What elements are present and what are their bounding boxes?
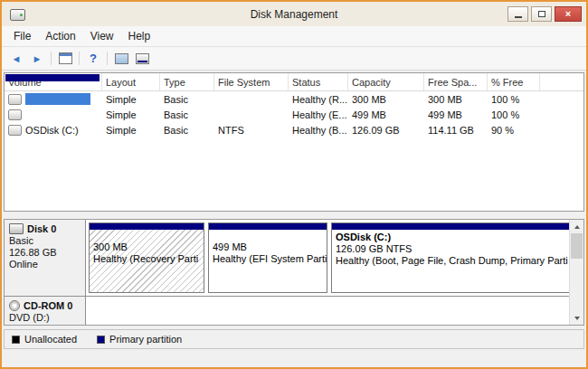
window-title: Disk Management xyxy=(2,8,586,21)
legend-primary-partition: Primary partition xyxy=(97,334,182,345)
menubar: File Action View Help xyxy=(2,26,586,47)
partition-color-bar xyxy=(90,223,204,230)
minimize-button[interactable] xyxy=(507,6,528,22)
scroll-thumb[interactable] xyxy=(571,233,583,259)
window-pane-icon xyxy=(59,52,72,64)
computer-icon[interactable] xyxy=(112,51,130,67)
maximize-button[interactable] xyxy=(531,6,552,22)
column-type[interactable]: Type xyxy=(160,73,214,90)
toolbar-separator xyxy=(79,52,80,65)
scrollbar[interactable] xyxy=(569,220,583,325)
partition-strip: 300 MB Healthy (Recovery Parti 499 MB He… xyxy=(86,220,575,296)
disk0-row: Disk 0 Basic 126.88 GB Online 300 MB Hea… xyxy=(5,220,583,297)
partition-color-bar xyxy=(209,223,327,230)
volume-row-osdisk[interactable]: OSDisk (C:) Simple Basic NTFS Healthy (B… xyxy=(5,122,583,137)
partition-status: Healthy (Boot, Page File, Crash Dump, Pr… xyxy=(336,255,568,267)
toolbar-separator xyxy=(107,52,108,65)
cdrom-header[interactable]: CD-ROM 0 DVD (D:) xyxy=(5,297,86,326)
disk-icon xyxy=(9,223,24,234)
menu-action[interactable]: Action xyxy=(38,27,82,45)
column-layout[interactable]: Layout xyxy=(102,73,160,90)
partition-osdisk[interactable]: OSDisk (C:) 126.09 GB NTFS Healthy (Boot… xyxy=(331,222,573,293)
disk0-name: Disk 0 xyxy=(27,223,56,234)
app-icon xyxy=(10,9,25,21)
primary-partition-swatch xyxy=(97,336,105,344)
disk0-title: Disk 0 xyxy=(9,223,81,234)
forward-icon[interactable]: ► xyxy=(28,51,46,67)
menu-help[interactable]: Help xyxy=(121,27,158,45)
redaction-bar xyxy=(5,74,100,81)
cell-capacity: 300 MB xyxy=(348,94,424,105)
disk-management-window: Disk Management × File Action View Help … xyxy=(0,0,588,369)
partition-status: Healthy (EFI System Partit xyxy=(213,253,323,265)
partition-size: 499 MB xyxy=(213,241,323,253)
back-icon[interactable]: ◄ xyxy=(7,51,25,67)
volume-list-pane: Volume Layout Type File System Status Ca… xyxy=(4,72,584,212)
cell-status: Healthy (B... xyxy=(289,125,348,136)
partition-color-bar xyxy=(332,223,572,230)
column-pct-free[interactable]: % Free xyxy=(488,73,540,90)
disk0-header[interactable]: Disk 0 Basic 126.88 GB Online xyxy=(5,220,86,296)
partition-size: 300 MB xyxy=(93,241,200,253)
cell-pct-free: 100 % xyxy=(488,109,540,120)
volume-row-efi[interactable]: Simple Basic Healthy (E... 499 MB 499 MB… xyxy=(5,107,583,122)
cell-layout: Simple xyxy=(102,94,160,105)
volume-name-cell xyxy=(5,109,102,120)
cell-capacity: 499 MB xyxy=(348,109,424,120)
unallocated-swatch xyxy=(12,336,20,344)
unallocated-label: Unallocated xyxy=(24,334,77,345)
cell-pct-free: 90 % xyxy=(488,125,540,136)
partition-size: 126.09 GB NTFS xyxy=(336,243,568,255)
storage-icon[interactable] xyxy=(133,51,151,67)
toolbar-separator xyxy=(51,52,52,65)
disk0-status: Online xyxy=(9,259,81,270)
cell-type: Basic xyxy=(160,109,214,120)
cell-status: Healthy (R... xyxy=(289,94,348,105)
legend-bar: Unallocated Primary partition xyxy=(4,329,584,349)
menu-view[interactable]: View xyxy=(83,27,121,45)
cell-layout: Simple xyxy=(102,109,160,120)
help-icon[interactable]: ? xyxy=(84,51,102,67)
console-tree-icon[interactable] xyxy=(56,51,74,67)
toolbar: ◄ ► ? xyxy=(2,47,586,71)
titlebar[interactable]: Disk Management × xyxy=(2,2,586,26)
cell-status: Healthy (E... xyxy=(289,109,348,120)
volume-icon xyxy=(8,109,22,120)
column-file-system[interactable]: File System xyxy=(214,73,289,90)
cdrom-row: CD-ROM 0 DVD (D:) xyxy=(5,297,583,326)
volume-icon xyxy=(8,125,22,136)
cdrom-name: CD-ROM 0 xyxy=(24,300,72,311)
cell-type: Basic xyxy=(160,94,214,105)
cell-pct-free: 100 % xyxy=(488,94,540,105)
primary-partition-label: Primary partition xyxy=(109,334,182,345)
window-controls: × xyxy=(507,6,582,22)
minimize-icon xyxy=(515,16,522,18)
volume-name-cell xyxy=(5,93,102,105)
partition-efi[interactable]: 499 MB Healthy (EFI System Partit xyxy=(208,222,327,293)
disk0-type: Basic xyxy=(9,235,81,247)
column-capacity[interactable]: Capacity xyxy=(348,73,424,90)
menu-file[interactable]: File xyxy=(6,27,38,45)
disk-toolbar-icon xyxy=(136,53,149,64)
close-button[interactable]: × xyxy=(555,6,582,22)
partition-info: OSDisk (C:) 126.09 GB NTFS Healthy (Boot… xyxy=(332,230,572,269)
maximize-icon xyxy=(538,11,545,17)
column-status[interactable]: Status xyxy=(289,73,348,90)
cdrom-title: CD-ROM 0 xyxy=(9,300,81,311)
cell-free-space: 300 MB xyxy=(424,94,488,105)
scroll-down-button[interactable] xyxy=(570,311,583,325)
monitor-icon xyxy=(115,53,128,64)
volume-row-recovery[interactable]: Simple Basic Healthy (R... 300 MB 300 MB… xyxy=(5,91,583,107)
cell-free-space: 499 MB xyxy=(424,109,488,120)
scroll-up-button[interactable] xyxy=(570,220,583,233)
partition-recovery[interactable]: 300 MB Healthy (Recovery Parti xyxy=(89,222,204,293)
disk0-capacity: 126.88 GB xyxy=(9,247,81,259)
partition-name: OSDisk (C:) xyxy=(336,232,568,243)
column-filler xyxy=(540,73,583,90)
cdrom-type: DVD (D:) xyxy=(9,312,81,324)
volume-name: OSDisk (C:) xyxy=(25,125,79,136)
cell-file-system: NTFS xyxy=(214,125,289,136)
cell-free-space: 114.11 GB xyxy=(424,125,488,136)
cell-type: Basic xyxy=(160,125,214,136)
column-free-space[interactable]: Free Spa... xyxy=(424,73,488,90)
